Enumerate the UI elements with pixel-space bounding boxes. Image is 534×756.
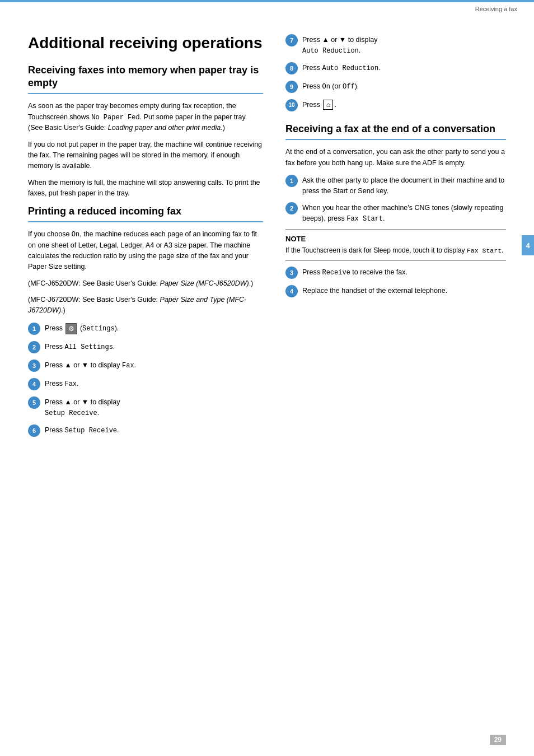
- step-6-text: Press Setup Receive.: [45, 424, 119, 436]
- step-r2-text: When you hear the other machine's CNG to…: [302, 202, 506, 224]
- steps-7-10: 7 Press ▲ or ▼ to displayAuto Reduction.…: [285, 34, 506, 111]
- step-circle-r1: 1: [285, 175, 298, 187]
- step-r2: 2 When you hear the other machine's CNG …: [285, 202, 506, 224]
- step-4: 4 Press Fax.: [28, 377, 263, 390]
- step-6: 6 Press Setup Receive.: [28, 424, 263, 437]
- page-number: 29: [490, 735, 506, 745]
- section3-title: Receiving a fax at the end of a conversa…: [285, 123, 506, 140]
- note-text: If the Touchscreen is dark for Sleep mod…: [285, 245, 506, 255]
- step-8-text: Press Auto Reduction.: [302, 62, 381, 73]
- step-5-text: Press ▲ or ▼ to displaySetup Receive.: [45, 396, 120, 418]
- step-r1: 1 Ask the other party to place the docum…: [285, 174, 506, 197]
- section2-para2: (MFC-J6520DW: See Basic User's Guide: Pa…: [28, 278, 263, 289]
- step-circle-r2: 2: [285, 202, 298, 214]
- step-9: 9 Press On (or Off).: [285, 80, 506, 93]
- section1-para1: As soon as the paper tray becomes empty …: [28, 101, 263, 133]
- step-circle-6: 6: [28, 424, 40, 437]
- section-reduced-fax: Printing a reduced incoming fax If you c…: [28, 205, 263, 437]
- step-circle-r3: 3: [285, 267, 298, 279]
- step-2: 2 Press All Settings.: [28, 340, 263, 353]
- step-circle-8: 8: [285, 62, 298, 74]
- step-circle-4: 4: [28, 378, 40, 390]
- home-icon: ⌂: [323, 100, 333, 110]
- step-circle-7: 7: [285, 34, 298, 46]
- section-memory: Receiving faxes into memory when paper t…: [28, 64, 263, 199]
- step-10: 10 Press ⌂.: [285, 99, 506, 111]
- section1-para2: If you do not put paper in the paper tra…: [28, 139, 263, 172]
- section1-title: Receiving faxes into memory when paper t…: [28, 64, 263, 95]
- main-title: Additional receiving operations: [28, 34, 263, 53]
- section2-title: Printing a reduced incoming fax: [28, 205, 263, 222]
- step-r3: 3 Press Receive to receive the fax.: [285, 266, 506, 279]
- step-1-text: Press ⚙ (Settings).: [45, 322, 119, 334]
- step-7: 7 Press ▲ or ▼ to displayAuto Reduction.: [285, 34, 506, 56]
- step-circle-2: 2: [28, 341, 40, 353]
- main-content: Additional receiving operations Receivin…: [0, 17, 534, 756]
- note-label: NOTE: [285, 235, 506, 243]
- step-8: 8 Press Auto Reduction.: [285, 62, 506, 74]
- step-circle-9: 9: [285, 81, 298, 93]
- step-5: 5 Press ▲ or ▼ to displaySetup Receive.: [28, 396, 263, 418]
- step-circle-5: 5: [28, 396, 40, 409]
- step-3-text: Press ▲ or ▼ to display Fax.: [45, 359, 136, 371]
- note-box: NOTE If the Touchscreen is dark for Slee…: [285, 230, 506, 260]
- section3-intro: At the end of a conversation, you can as…: [285, 147, 506, 169]
- step-r4: 4 Replace the handset of the external te…: [285, 284, 506, 297]
- step-circle-r4: 4: [285, 285, 298, 297]
- step-1: 1 Press ⚙ (Settings).: [28, 322, 263, 335]
- section2-para3: (MFC-J6720DW: See Basic User's Guide: Pa…: [28, 295, 263, 316]
- step-r3-text: Press Receive to receive the fax.: [302, 266, 407, 278]
- step-9-text: Press On (or Off).: [302, 80, 359, 92]
- right-column: 7 Press ▲ or ▼ to displayAuto Reduction.…: [274, 17, 534, 756]
- left-column: Additional receiving operations Receivin…: [0, 17, 274, 756]
- step-4-text: Press Fax.: [45, 377, 79, 389]
- step-2-text: Press All Settings.: [45, 340, 115, 352]
- header-label: Receiving a fax: [475, 6, 517, 12]
- settings-icon: ⚙: [65, 323, 77, 334]
- section2-para1: If you choose On, the machine reduces ea…: [28, 229, 263, 273]
- page: Receiving a fax 4 Additional receiving o…: [0, 0, 534, 756]
- step-circle-1: 1: [28, 323, 40, 335]
- step-7-text: Press ▲ or ▼ to displayAuto Reduction.: [302, 34, 378, 56]
- top-border: [0, 0, 534, 2]
- step-3: 3 Press ▲ or ▼ to display Fax.: [28, 359, 263, 372]
- section-end-conversation: Receiving a fax at the end of a conversa…: [285, 123, 506, 298]
- section1-para3: When the memory is full, the machine wil…: [28, 178, 263, 199]
- step-r1-text: Ask the other party to place the documen…: [302, 174, 506, 197]
- step-10-text: Press ⌂.: [302, 99, 336, 110]
- header: Receiving a fax: [475, 6, 517, 12]
- step-r4-text: Replace the handset of the external tele…: [302, 284, 447, 296]
- step-circle-3: 3: [28, 360, 40, 372]
- step-circle-10: 10: [285, 99, 298, 111]
